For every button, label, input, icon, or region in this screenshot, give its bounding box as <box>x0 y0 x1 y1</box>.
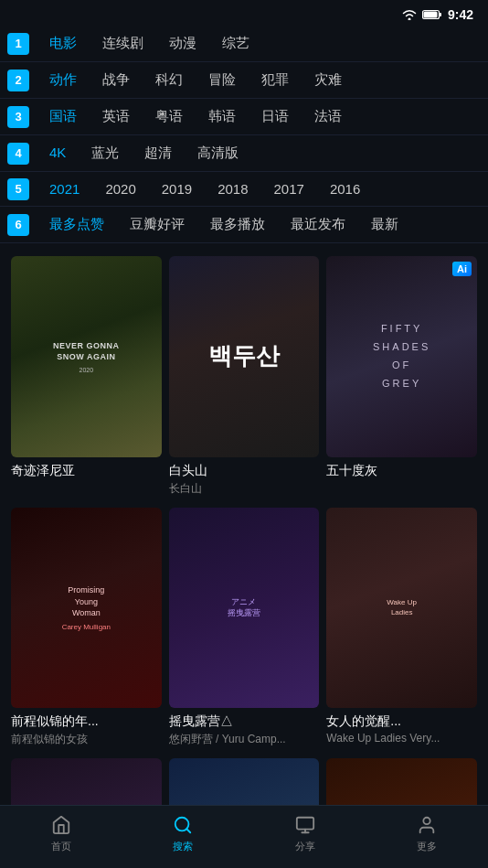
filter-badge-5: 5 <box>7 178 29 200</box>
movie-card[interactable]: FIFTYSHADESOFGREYAi五十度灰 <box>323 251 481 502</box>
filter-item-灾难[interactable]: 灾难 <box>302 66 355 94</box>
svg-point-8 <box>424 818 430 824</box>
filter-badge-4: 4 <box>7 143 29 165</box>
filter-item-4K[interactable]: 4K <box>37 139 79 167</box>
nav-label-home: 首页 <box>51 840 71 853</box>
poster-text: 백두산 <box>169 256 320 457</box>
movie-subtitle: 悠闲野营 / Yuru Camp... <box>169 732 320 747</box>
home-icon <box>49 813 73 837</box>
filter-item-超清[interactable]: 超清 <box>132 139 185 167</box>
filter-item-2021[interactable]: 2021 <box>37 176 92 202</box>
filter-item-法语[interactable]: 法语 <box>302 102 355 131</box>
movie-poster: FIFTYSHADESOFGREYAi <box>326 256 477 457</box>
nav-item-share[interactable]: 分享 <box>244 813 366 853</box>
movie-card[interactable]: Wake UpLadies女人的觉醒...Wake Up Ladies Very… <box>323 502 481 754</box>
filter-num-2: 2 <box>0 70 37 91</box>
filter-item-2018[interactable]: 2018 <box>205 176 260 202</box>
filter-item-2019[interactable]: 2019 <box>149 176 205 202</box>
filter-num-1: 1 <box>0 33 37 55</box>
nav-item-search[interactable]: 搜索 <box>122 813 245 853</box>
battery-icon <box>422 9 442 20</box>
filter-item-国语[interactable]: 国语 <box>37 102 90 131</box>
filter-items-3: 国语英语粤语韩语日语法语 <box>37 102 355 131</box>
movie-poster: アニメ摇曳露营 <box>169 508 320 709</box>
filter-items-5: 202120202019201820172016 <box>37 176 373 202</box>
filter-item-2020[interactable]: 2020 <box>92 176 148 202</box>
filter-item-最新[interactable]: 最新 <box>358 210 411 239</box>
poster-text: アニメ摇曳露营 <box>169 508 320 709</box>
nav-item-more[interactable]: 更多 <box>366 813 489 853</box>
svg-rect-1 <box>439 13 441 16</box>
movie-card[interactable]: PromisingYoungWomanCarey Mulligan前程似锦的年.… <box>7 502 165 754</box>
filter-item-动漫[interactable]: 动漫 <box>156 29 209 58</box>
filter-item-日语[interactable]: 日语 <box>249 102 302 131</box>
content-wrapper: NEVER GONNASNOW AGAIN2020奇迹泽尼亚백두산白头山长白山F… <box>0 251 488 868</box>
filter-item-最近发布[interactable]: 最近发布 <box>278 210 358 239</box>
filter-items-4: 4K蓝光超清高清版 <box>37 139 251 167</box>
filter-items-6: 最多点赞豆瓣好评最多播放最近发布最新 <box>37 210 411 239</box>
wifi-icon <box>402 9 417 20</box>
filter-items-2: 动作战争科幻冒险犯罪灾难 <box>37 66 355 94</box>
more-icon <box>415 813 439 837</box>
filter-item-豆瓣好评[interactable]: 豆瓣好评 <box>117 210 197 239</box>
filter-num-4: 4 <box>0 143 37 165</box>
filter-badge-6: 6 <box>7 214 29 236</box>
poster-text: FIFTYSHADESOFGREY <box>326 256 477 457</box>
filter-item-韩语[interactable]: 韩语 <box>196 102 249 131</box>
movie-poster: 백두산 <box>169 256 320 457</box>
filter-item-高清版[interactable]: 高清版 <box>185 139 251 167</box>
movie-card[interactable]: NEVER GONNASNOW AGAIN2020奇迹泽尼亚 <box>7 251 165 502</box>
movie-subtitle: 长白山 <box>169 481 320 497</box>
filter-row-6: 6最多点赞豆瓣好评最多播放最近发布最新 <box>0 207 488 243</box>
status-bar: 9:42 <box>0 0 488 26</box>
filter-row-5: 5202120202019201820172016 <box>0 172 488 207</box>
poster-text: PromisingYoungWomanCarey Mulligan <box>11 508 162 709</box>
movie-title: 奇迹泽尼亚 <box>11 463 162 479</box>
filter-item-犯罪[interactable]: 犯罪 <box>249 66 302 94</box>
filter-item-2017[interactable]: 2017 <box>261 176 317 202</box>
nav-label-more: 更多 <box>417 840 437 853</box>
filter-item-动作[interactable]: 动作 <box>37 66 90 94</box>
filter-row-3: 3国语英语粤语韩语日语法语 <box>0 99 488 135</box>
filter-num-3: 3 <box>0 106 37 128</box>
filter-item-冒险[interactable]: 冒险 <box>196 66 249 94</box>
filter-item-连续剧[interactable]: 连续剧 <box>90 29 156 58</box>
filter-badge-1: 1 <box>7 33 29 55</box>
filter-item-电影[interactable]: 电影 <box>37 29 90 58</box>
movie-poster: PromisingYoungWomanCarey Mulligan <box>11 508 162 709</box>
movie-subtitle: Wake Up Ladies Very... <box>326 732 477 745</box>
filter-item-2016[interactable]: 2016 <box>317 176 373 202</box>
filter-section: 1电影连续剧动漫综艺2动作战争科幻冒险犯罪灾难3国语英语粤语韩语日语法语44K蓝… <box>0 26 488 251</box>
nav-label-share: 分享 <box>295 840 315 853</box>
poster-text: NEVER GONNASNOW AGAIN2020 <box>11 256 162 457</box>
movie-title: 摇曳露营△ <box>169 713 320 730</box>
movie-title: 前程似锦的年... <box>11 713 162 730</box>
filter-row-1: 1电影连续剧动漫综艺 <box>0 26 488 62</box>
poster-text: Wake UpLadies <box>326 508 477 709</box>
share-icon <box>293 813 317 837</box>
filter-row-4: 44K蓝光超清高清版 <box>0 135 488 172</box>
movie-subtitle: 前程似锦的女孩 <box>11 732 162 747</box>
filter-item-综艺[interactable]: 综艺 <box>209 29 262 58</box>
movie-card[interactable]: アニメ摇曳露营摇曳露营△悠闲野营 / Yuru Camp... <box>165 502 324 754</box>
ai-badge: Ai <box>452 262 472 276</box>
movie-title: 五十度灰 <box>326 463 477 479</box>
filter-item-战争[interactable]: 战争 <box>90 66 143 94</box>
filter-item-最多点赞[interactable]: 最多点赞 <box>37 210 117 239</box>
filter-item-最多播放[interactable]: 最多播放 <box>197 210 278 239</box>
filter-item-蓝光[interactable]: 蓝光 <box>79 139 132 167</box>
filter-row-2: 2动作战争科幻冒险犯罪灾难 <box>0 62 488 99</box>
filter-num-5: 5 <box>0 178 37 200</box>
filter-items-1: 电影连续剧动漫综艺 <box>37 29 262 58</box>
svg-rect-2 <box>423 12 437 18</box>
nav-item-home[interactable]: 首页 <box>0 813 122 853</box>
movie-title: 女人的觉醒... <box>326 713 477 730</box>
filter-item-科幻[interactable]: 科幻 <box>143 66 196 94</box>
movie-poster: NEVER GONNASNOW AGAIN2020 <box>11 256 162 457</box>
movie-card[interactable]: 백두산白头山长白山 <box>165 251 324 502</box>
filter-item-粤语[interactable]: 粤语 <box>143 102 196 131</box>
filter-item-英语[interactable]: 英语 <box>90 102 143 131</box>
nav-label-search: 搜索 <box>173 840 193 853</box>
search-icon <box>171 813 195 837</box>
filter-badge-2: 2 <box>7 70 29 91</box>
